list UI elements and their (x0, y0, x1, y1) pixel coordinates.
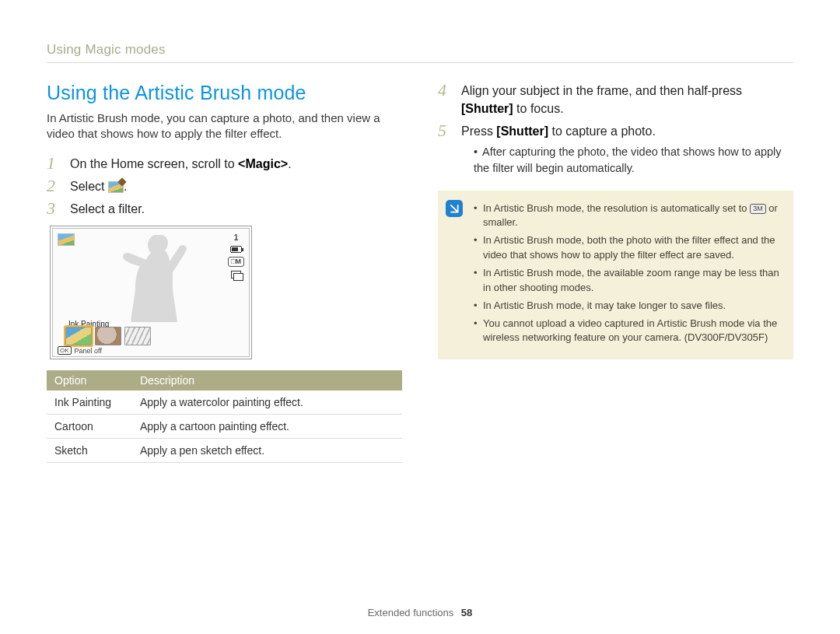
step-number: 1 (47, 155, 62, 172)
text: In Artistic Brush mode, the resolution i… (483, 202, 750, 214)
text: to focus. (513, 102, 564, 115)
thumb-ink-painting[interactable] (65, 327, 92, 345)
left-steps: 1 On the Home screen, scroll to <Magic>.… (47, 155, 402, 219)
text: . (288, 157, 291, 170)
info-item: In Artistic Brush mode, the resolution i… (474, 201, 781, 231)
bullet: • (474, 145, 478, 158)
step-2: 2 Select . (47, 177, 402, 195)
info-item: In Artistic Brush mode, the available zo… (474, 266, 781, 296)
table-row: Cartoon Apply a cartoon painting effect. (47, 415, 402, 439)
footer-section: Extended functions (368, 607, 454, 618)
table-row: Ink Painting Apply a watercolor painting… (47, 391, 402, 415)
note-icon (446, 200, 463, 217)
page-number: 58 (461, 607, 472, 618)
step-text: On the Home screen, scroll to <Magic>. (70, 155, 402, 173)
magic-keyword: <Magic> (238, 157, 288, 170)
text: to capture a photo. (548, 124, 656, 138)
step-5-note: •After capturing the photo, the video th… (474, 144, 793, 177)
panel-off-label: Panel off (75, 347, 102, 355)
info-item: In Artistic Brush mode, it may take long… (474, 299, 781, 313)
manual-page: Using Magic modes Using the Artistic Bru… (0, 0, 840, 634)
intro-text: In Artistic Brush mode, you can capture … (47, 110, 402, 142)
filter-options-table: Option Description Ink Painting Apply a … (47, 370, 402, 463)
step-text: Select a filter. (70, 200, 402, 218)
shutter-keyword: [Shutter] (496, 124, 548, 138)
cell-desc: Apply a cartoon painting effect. (132, 415, 402, 439)
step-number: 4 (438, 82, 453, 99)
text: Align your subject in the frame, and the… (461, 84, 742, 97)
info-note-box: In Artistic Brush mode, the resolution i… (438, 191, 793, 360)
drive-mode-icon (231, 271, 241, 279)
info-item: You cannot upload a video captured in Ar… (474, 317, 781, 346)
step-number: 2 (47, 177, 62, 194)
right-steps: 4 Align your subject in the frame, and t… (438, 82, 793, 177)
step-text: Select . (70, 177, 402, 195)
th-description: Description (132, 370, 402, 391)
divider (47, 62, 793, 63)
text: On the Home screen, scroll to (70, 157, 238, 170)
info-list: In Artistic Brush mode, the resolution i… (474, 201, 781, 346)
text: Select (70, 180, 108, 193)
breadcrumb: Using Magic modes (47, 42, 793, 58)
step-3: 3 Select a filter. (47, 200, 402, 218)
step-text: Align your subject in the frame, and the… (461, 82, 793, 117)
filter-thumbnails (65, 327, 151, 345)
step-text: Press [Shutter] to capture a photo. •Aft… (461, 122, 793, 176)
table-row: Sketch Apply a pen sketch effect. (47, 439, 402, 463)
page-footer: Extended functions 58 (0, 607, 840, 618)
content-columns: Using the Artistic Brush mode In Artisti… (47, 82, 793, 463)
camera-screen-preview: 1 □M Ink Painting OK Panel off (50, 226, 252, 359)
ok-button-icon: OK (58, 346, 72, 355)
text: Press (461, 124, 496, 138)
mode-icon (58, 233, 75, 246)
resolution-pill-icon: □M (228, 257, 244, 267)
cell-desc: Apply a watercolor painting effect. (132, 391, 402, 415)
note-text: After capturing the photo, the video tha… (474, 145, 782, 174)
step-1: 1 On the Home screen, scroll to <Magic>. (47, 155, 402, 173)
battery-icon (230, 246, 242, 253)
cell-option: Sketch (47, 439, 132, 463)
step-4: 4 Align your subject in the frame, and t… (438, 82, 793, 117)
step-number: 3 (47, 200, 62, 217)
step-5: 5 Press [Shutter] to capture a photo. •A… (438, 122, 793, 176)
camera-screen-inner: 1 □M Ink Painting OK Panel off (52, 228, 250, 357)
section-title: Using the Artistic Brush mode (47, 82, 402, 104)
cell-option: Cartoon (47, 415, 132, 439)
thumb-cartoon[interactable] (95, 327, 121, 345)
thumb-sketch[interactable] (124, 327, 151, 345)
left-column: Using the Artistic Brush mode In Artisti… (47, 82, 402, 463)
step-number: 5 (438, 122, 453, 139)
right-column: 4 Align your subject in the frame, and t… (438, 82, 793, 463)
panel-off-hint: OK Panel off (58, 346, 102, 355)
th-option: Option (47, 370, 132, 391)
info-item: In Artistic Brush mode, both the photo w… (474, 233, 781, 263)
cell-option: Ink Painting (47, 391, 132, 415)
resolution-pill-icon: 3M (750, 204, 766, 214)
subject-silhouette (107, 235, 201, 322)
photo-count: 1 (234, 233, 239, 242)
screen-status-icons: 1 □M (228, 233, 244, 279)
artistic-brush-icon (108, 181, 124, 193)
cell-desc: Apply a pen sketch effect. (132, 439, 402, 463)
shutter-keyword: [Shutter] (461, 102, 513, 115)
